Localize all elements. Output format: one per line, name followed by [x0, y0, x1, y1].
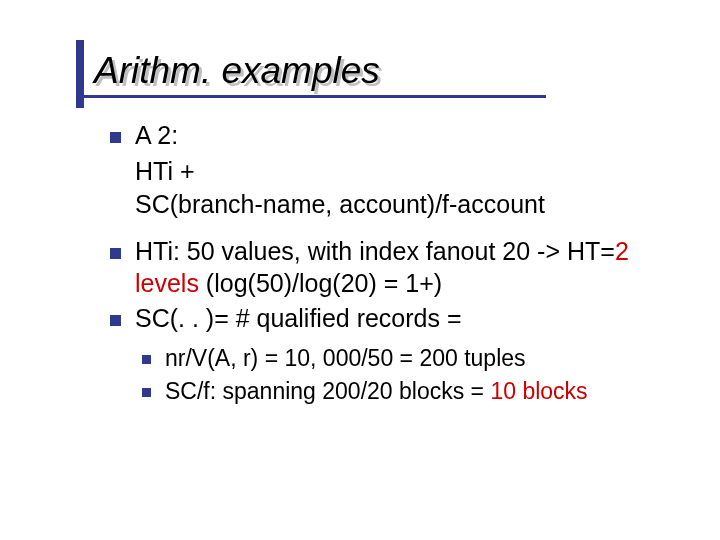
bullet-text: nr/V(A, r) = 10, 000/50 = 200 tuples [165, 344, 660, 373]
text-run: HTi: 50 values, with index fanout 20 -> … [135, 237, 615, 265]
square-bullet-icon [110, 132, 121, 143]
text-run: SC(branch-name, account) [135, 190, 435, 218]
square-bullet-icon [110, 248, 121, 259]
bullet-text: A 2: [135, 120, 660, 151]
title-underline [76, 95, 546, 98]
bullet-follow-text: HTi + SC(branch-name, account)/f-account [135, 155, 660, 220]
bullet-text: SC/f: spanning 200/20 blocks = 10 blocks [165, 377, 660, 406]
bullet-text: SC(. . )= # qualified records = [135, 303, 660, 334]
bullet-level2: SC/f: spanning 200/20 blocks = 10 blocks [142, 377, 660, 406]
bullet-level1: SC(. . )= # qualified records = [110, 303, 660, 334]
text-run: HTi + [135, 157, 195, 185]
number-highlight: 10 blocks [490, 378, 587, 404]
text-run: (log(50)/log(20) = 1+) [199, 269, 442, 297]
bullet-level1: HTi: 50 values, with index fanout 20 -> … [110, 236, 660, 299]
bullet-level1: A 2: [110, 120, 660, 151]
square-bullet-icon [110, 315, 121, 326]
square-bullet-icon [142, 388, 151, 397]
title-wrap: Arithm. examples Arithm. examples [94, 50, 720, 92]
content-area: A 2: HTi + SC(branch-name, account)/f-ac… [110, 120, 660, 406]
bullet-level2: nr/V(A, r) = 10, 000/50 = 200 tuples [142, 344, 660, 373]
slide: Arithm. examples Arithm. examples A 2: H… [0, 0, 720, 540]
square-bullet-icon [142, 355, 151, 364]
text-run: SC/f: spanning 200/20 blocks = [165, 378, 490, 404]
text-run: f-account [442, 190, 545, 218]
page-title: Arithm. examples [94, 50, 720, 92]
bullet-text: HTi: 50 values, with index fanout 20 -> … [135, 236, 660, 299]
